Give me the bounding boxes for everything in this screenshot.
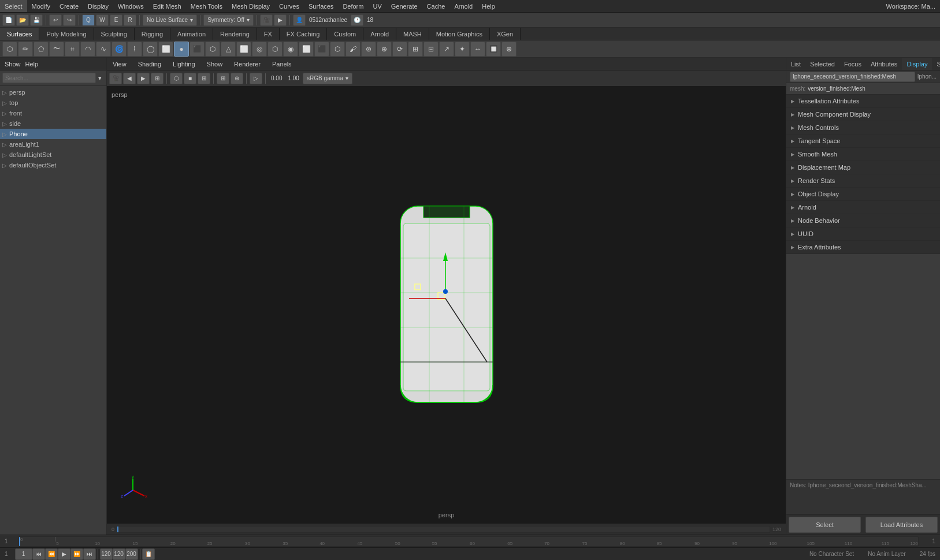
bs-step-fwd-btn[interactable]: ⏩: [70, 548, 83, 560]
vp-origin-btn[interactable]: ⊕: [231, 73, 243, 84]
spiral-btn[interactable]: 🌀: [112, 42, 127, 57]
nurbs-surface-btn[interactable]: ⬜: [299, 42, 314, 57]
deform-btn[interactable]: ⊛: [361, 42, 376, 57]
save-scene-btn[interactable]: 💾: [30, 14, 43, 26]
bs-step-back-btn[interactable]: ⏪: [45, 548, 58, 560]
nurbs-circle-btn[interactable]: ◯: [143, 42, 158, 57]
menu-windows[interactable]: Windows: [113, 0, 148, 12]
viewport[interactable]: View Shading Lighting Show Renderer Pane…: [107, 58, 786, 535]
vp-grid-btn[interactable]: ⊞: [217, 73, 229, 84]
menu-edit-mesh[interactable]: Edit Mesh: [148, 0, 186, 12]
nurbs-cyl-btn[interactable]: ⬡: [330, 42, 345, 57]
menu-uv[interactable]: UV: [368, 0, 386, 12]
outliner-item-side[interactable]: ▷ side: [0, 118, 106, 129]
outliner-item-defaultlightset[interactable]: ▷ defaultLightSet: [0, 150, 106, 160]
vp-texture-btn[interactable]: ⊞: [198, 73, 210, 84]
poly-prism-btn[interactable]: ⬡: [267, 42, 283, 57]
menu-cache[interactable]: Cache: [422, 0, 450, 12]
ae-section-tangent-space-header[interactable]: ▶ Tangent Space: [786, 135, 940, 147]
new-scene-btn[interactable]: 📄: [2, 14, 15, 26]
sidebar-help-btn[interactable]: Help: [25, 61, 39, 68]
ae-section-object-display-header[interactable]: ▶ Object Display: [786, 188, 940, 200]
tab-fx[interactable]: FX: [257, 28, 280, 40]
vp-wire-btn[interactable]: ⬡: [170, 73, 183, 84]
ep-curve-btn[interactable]: ⌇: [127, 42, 142, 57]
ae-section-arnold-header[interactable]: ▶ Arnold: [786, 201, 940, 214]
bs-play-fwd-btn[interactable]: ⏭: [83, 548, 96, 560]
undo-btn[interactable]: ↩: [49, 14, 62, 26]
rotate-btn[interactable]: E: [110, 14, 122, 26]
ae-node-name-input[interactable]: [790, 72, 915, 82]
bs-no-anim-layer[interactable]: No Anim Layer: [868, 551, 906, 557]
menu-deform[interactable]: Deform: [338, 0, 368, 12]
bs-play-btn[interactable]: ▶: [58, 548, 70, 560]
bezier-btn[interactable]: ∿: [96, 42, 111, 57]
outliner-item-front[interactable]: ▷ front: [0, 108, 106, 118]
ae-section-tessellation-header[interactable]: ▶ Tessellation Attributes: [786, 95, 940, 107]
vp-playblast-btn[interactable]: ▷: [250, 73, 262, 84]
ae-section-smooth-mesh-header[interactable]: ▶ Smooth Mesh: [786, 148, 940, 160]
menu-select[interactable]: Select: [0, 0, 27, 12]
ae-load-attr-btn[interactable]: Load Attributes: [865, 517, 938, 533]
bs-no-character-set[interactable]: No Character Set: [809, 551, 854, 557]
ae-select-btn[interactable]: Select: [789, 517, 861, 533]
timeline-ruler[interactable]: 0 5 10 15 20 25 30 35 40 45 50 55 60 65 …: [18, 536, 919, 547]
sculpt-btn[interactable]: ⊕: [377, 42, 392, 57]
bs-play-back-btn[interactable]: ⏮: [32, 548, 45, 560]
soft-select-btn[interactable]: ⬠: [34, 42, 49, 57]
menu-mesh-tools[interactable]: Mesh Tools: [186, 0, 227, 12]
tab-motion-graphics[interactable]: Motion Graphics: [429, 28, 490, 40]
tab-mash[interactable]: MASH: [396, 28, 429, 40]
tab-surfaces[interactable]: Surfaces: [0, 28, 39, 40]
outliner-item-phone[interactable]: ▷ Phone: [0, 129, 106, 139]
poly-plane-btn[interactable]: ⬜: [236, 42, 251, 57]
bs-anim-layer-btn[interactable]: 📋: [142, 548, 155, 560]
tab-custom[interactable]: Custom: [327, 28, 363, 40]
ae-tab-focus[interactable]: Focus: [839, 58, 866, 70]
menu-display[interactable]: Display: [83, 0, 113, 12]
user-icon-btn[interactable]: 👤: [293, 14, 306, 26]
menu-arnold[interactable]: Arnold: [449, 0, 477, 12]
menu-create[interactable]: Create: [55, 0, 83, 12]
poly-cyl-btn[interactable]: ⬡: [205, 42, 220, 57]
live-surface-dropdown[interactable]: No Live Surface ▾: [143, 14, 197, 26]
ae-section-uuid-header[interactable]: ▶ UUID: [786, 227, 940, 240]
search-dropdown-arrow[interactable]: ▾: [96, 74, 104, 82]
bs-frame-range2-btn[interactable]: 120: [113, 548, 125, 560]
menu-curves[interactable]: Curves: [274, 0, 304, 12]
poly-pipe-btn[interactable]: ◉: [283, 42, 298, 57]
poly-sphere-btn[interactable]: ●: [174, 42, 189, 57]
vp-solid-btn[interactable]: ■: [184, 73, 196, 84]
pen-btn[interactable]: ⌗: [65, 42, 80, 57]
motion-trail-btn[interactable]: ↗: [439, 42, 454, 57]
ae-section-mesh-component-display-header[interactable]: ▶ Mesh Component Display: [786, 108, 940, 121]
nurbs-sq-btn[interactable]: ⬜: [158, 42, 173, 57]
tab-rigging[interactable]: Rigging: [135, 28, 170, 40]
menu-surfaces[interactable]: Surfaces: [304, 0, 338, 12]
vp-prev-btn[interactable]: ◀: [123, 73, 136, 84]
vp-menu-panels[interactable]: Panels: [266, 58, 298, 70]
layout-btn[interactable]: ⊞: [408, 42, 423, 57]
paint-skin-btn[interactable]: 🖌: [345, 42, 361, 57]
redo-btn[interactable]: ↪: [63, 14, 76, 26]
outliner-item-defaultobjectset[interactable]: ▷ defaultObjectSet: [0, 160, 106, 170]
camera-btn[interactable]: 🎥: [260, 14, 273, 26]
tab-rendering[interactable]: Rendering: [213, 28, 257, 40]
ae-tab-selected[interactable]: Selected: [805, 58, 839, 70]
menu-modify[interactable]: Modify: [27, 0, 55, 12]
ae-section-displacement-map-header[interactable]: ▶ Displacement Map: [786, 161, 940, 174]
snap-grid-btn[interactable]: ⊟: [423, 42, 439, 57]
outliner-item-top[interactable]: ▷ top: [0, 98, 106, 108]
bs-frame-box[interactable]: 1: [15, 548, 32, 560]
vp-menu-lighting[interactable]: Lighting: [167, 58, 201, 70]
bend-btn[interactable]: ⟳: [392, 42, 407, 57]
bs-frame-range-btn[interactable]: 120: [100, 548, 113, 560]
curve-btn[interactable]: 〜: [49, 42, 64, 57]
poly-torus-btn[interactable]: ◎: [252, 42, 267, 57]
vp-menu-view[interactable]: View: [107, 58, 132, 70]
ae-section-extra-attributes-header[interactable]: ▶ Extra Attributes: [786, 241, 940, 253]
move-btn[interactable]: W: [96, 14, 109, 26]
xray-btn[interactable]: ✦: [455, 42, 470, 57]
ae-section-mesh-controls-header[interactable]: ▶ Mesh Controls: [786, 121, 940, 134]
tab-fx-caching[interactable]: FX Caching: [280, 28, 327, 40]
